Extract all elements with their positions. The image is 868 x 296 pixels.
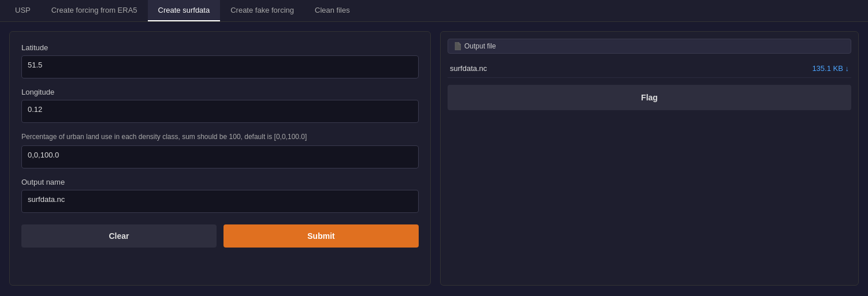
output-file-tab: Output file [448,39,851,54]
flag-button[interactable]: Flag [448,85,851,110]
percentage-input[interactable] [21,145,419,168]
output-file-row: surfdata.nc 135.1 KB ↓ [448,59,851,78]
tab-usp[interactable]: USP [5,0,41,21]
output-filesize[interactable]: 135.1 KB ↓ [812,64,849,73]
output-name-input[interactable] [21,190,419,213]
output-name-group: Output name [21,178,419,213]
main-content: Latitude Longitude Percentage of urban l… [0,22,868,295]
file-icon [454,42,461,50]
longitude-group: Longitude [21,88,419,123]
tab-bar: USP Create forcing from ERA5 Create surf… [0,0,868,22]
tab-create-forcing-era5[interactable]: Create forcing from ERA5 [41,0,148,21]
clear-button[interactable]: Clear [21,224,217,248]
left-panel: Latitude Longitude Percentage of urban l… [9,31,431,286]
submit-button[interactable]: Submit [223,224,419,248]
longitude-label: Longitude [21,88,419,96]
latitude-input[interactable] [21,55,419,78]
output-filename: surfdata.nc [450,64,487,73]
right-panel: Output file surfdata.nc 135.1 KB ↓ Flag [440,31,859,286]
tab-clean-files[interactable]: Clean files [304,0,360,21]
percentage-label: Percentage of urban land use in each den… [21,132,419,142]
longitude-input[interactable] [21,100,419,123]
latitude-group: Latitude [21,43,419,78]
latitude-label: Latitude [21,43,419,52]
percentage-group: Percentage of urban land use in each den… [21,132,419,168]
button-row: Clear Submit [21,224,419,248]
tab-create-fake-forcing[interactable]: Create fake forcing [220,0,304,21]
output-name-label: Output name [21,178,419,186]
output-file-tab-label: Output file [464,42,496,50]
tab-create-surfdata[interactable]: Create surfdata [148,0,221,21]
